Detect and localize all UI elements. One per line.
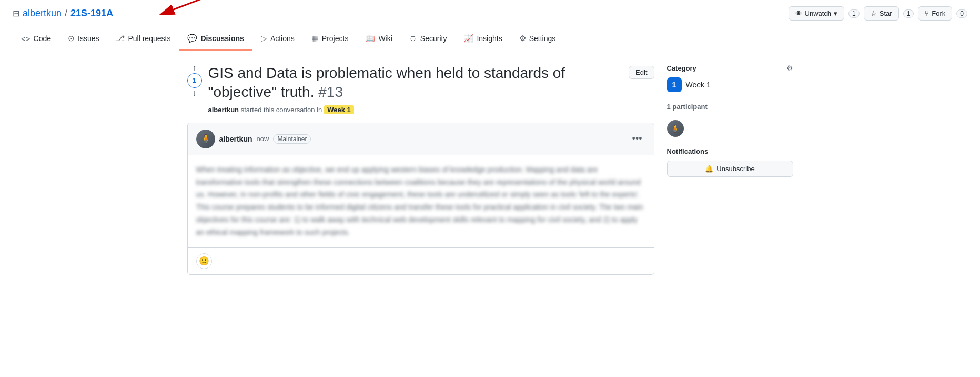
participant-avatar: 🧍 (667, 120, 684, 137)
tab-code[interactable]: <> Code (13, 28, 59, 51)
category-name: Week 1 (686, 81, 711, 89)
tab-issues[interactable]: ⊙ Issues (59, 27, 107, 51)
notifications-section: Notifications 🔔 Unsubscribe (667, 147, 793, 177)
post-body-text: When treating information as objective, … (196, 164, 645, 239)
projects-icon: ▦ (311, 34, 319, 43)
post-body: When treating information as objective, … (188, 155, 654, 247)
vote-count: 1 (187, 73, 202, 88)
post-header-left: 🧍 albertkun now Maintainer (196, 130, 311, 148)
tab-settings-label: Settings (529, 34, 556, 43)
tab-wiki[interactable]: 📖 Wiki (357, 27, 400, 51)
security-icon: 🛡 (409, 34, 417, 43)
vote-up-button[interactable]: ↑ (193, 64, 197, 72)
unsubscribe-button[interactable]: 🔔 Unsubscribe (667, 161, 793, 177)
discussions-icon: 💬 (187, 34, 197, 43)
repo-icon: ⊟ (13, 8, 19, 18)
unwatch-label: Unwatch (805, 9, 832, 17)
sidebar: Category ⚙ 1 Week 1 1 participant 🧍 Noti… (667, 64, 793, 287)
tab-security[interactable]: 🛡 Security (401, 28, 456, 51)
content-left: ↑ 1 ↓ GIS and Data is problematic when h… (187, 64, 654, 287)
category-section: Category ⚙ 1 Week 1 (667, 64, 793, 92)
eye-icon: 👁 (795, 9, 802, 17)
fork-button[interactable]: ⑂ Fork (918, 6, 952, 21)
meta-prefix: albertkun started this conversation in (208, 106, 322, 114)
tab-wiki-label: Wiki (378, 34, 392, 43)
pull-request-icon: ⎇ (116, 34, 125, 43)
tab-code-label: Code (34, 34, 51, 43)
tab-issues-label: Issues (78, 34, 99, 43)
wiki-icon: 📖 (365, 34, 375, 43)
main-container: ↑ 1 ↓ GIS and Data is problematic when h… (175, 51, 806, 287)
fork-count: 0 (956, 9, 967, 18)
category-label: Category (667, 64, 696, 72)
post-card: 🧍 albertkun now Maintainer ••• When trea… (187, 123, 654, 275)
post-author[interactable]: albertkun (219, 135, 252, 143)
discussion-title: GIS and Data is problematic when held to… (208, 64, 623, 102)
fork-label: Fork (932, 9, 945, 17)
tab-projects[interactable]: ▦ Projects (303, 27, 357, 51)
discussion-meta: albertkun started this conversation in W… (208, 105, 623, 114)
actions-icon: ▷ (261, 34, 267, 43)
unwatch-button[interactable]: 👁 Unwatch ▾ (789, 6, 845, 21)
chevron-down-icon: ▾ (834, 9, 837, 17)
category-header: Category ⚙ (667, 64, 793, 72)
discussion-title-area: ↑ 1 ↓ GIS and Data is problematic when h… (187, 64, 654, 114)
tab-discussions[interactable]: 💬 Discussions (179, 27, 252, 51)
participants-label: 1 participant (667, 103, 708, 111)
category-badge: 1 (667, 77, 682, 92)
avatar-image: 🧍 (196, 130, 215, 148)
meta-author: albertkun (208, 106, 239, 114)
emoji-reaction-button[interactable]: 🙂 (196, 253, 212, 269)
star-icon: ☆ (871, 9, 877, 17)
star-count: 1 (903, 9, 914, 18)
tab-pull-requests-label: Pull requests (128, 34, 170, 43)
discussion-number: #13 (318, 84, 343, 100)
issues-icon: ⊙ (68, 34, 75, 43)
notifications-header: Notifications (667, 147, 793, 155)
top-header: ⊟ albertkun / 21S-191A 👁 Unwatch ▾ 1 ☆ S… (0, 0, 980, 27)
participants-header: 1 participant (667, 103, 793, 115)
tab-actions[interactable]: ▷ Actions (252, 27, 303, 51)
tab-insights[interactable]: 📈 Insights (455, 27, 510, 51)
author-avatar: 🧍 (196, 130, 215, 148)
tab-actions-label: Actions (270, 34, 295, 43)
tab-settings[interactable]: ⚙ Settings (511, 27, 564, 51)
unsubscribe-label: Unsubscribe (716, 165, 754, 173)
unwatch-count: 1 (848, 9, 860, 18)
edit-button[interactable]: Edit (629, 66, 654, 79)
fork-icon: ⑂ (925, 9, 929, 17)
maintainer-badge: Maintainer (273, 134, 311, 144)
title-block: GIS and Data is problematic when held to… (208, 64, 623, 114)
vote-down-button[interactable]: ↓ (193, 89, 197, 97)
repo-owner-link[interactable]: albertkun (23, 8, 62, 19)
tab-security-label: Security (420, 34, 447, 43)
post-options-button[interactable]: ••• (629, 132, 645, 145)
post-footer: 🙂 (188, 247, 654, 274)
discussion-title-text: GIS and Data is problematic when held to… (208, 65, 565, 100)
post-time: now (257, 135, 269, 143)
notifications-label: Notifications (667, 147, 709, 155)
week-badge: Week 1 (324, 105, 354, 114)
repo-title: ⊟ albertkun / 21S-191A (13, 8, 113, 19)
tab-projects-label: Projects (322, 34, 349, 43)
meta-text: started this conversation in (241, 106, 322, 114)
gear-icon[interactable]: ⚙ (786, 64, 793, 72)
header-actions: 👁 Unwatch ▾ 1 ☆ Star 1 ⑂ Fork 0 (789, 6, 967, 21)
smile-icon: 🙂 (199, 256, 209, 266)
star-button[interactable]: ☆ Star (864, 6, 899, 21)
repo-name-link[interactable]: 21S-191A (70, 8, 113, 19)
tab-pull-requests[interactable]: ⎇ Pull requests (107, 27, 179, 51)
star-label: Star (880, 9, 892, 17)
repo-separator: / (65, 8, 67, 19)
tab-discussions-label: Discussions (200, 34, 244, 43)
insights-icon: 📈 (463, 34, 473, 43)
ellipsis-icon: ••• (632, 133, 642, 144)
settings-icon: ⚙ (519, 34, 526, 43)
bell-icon: 🔔 (705, 165, 713, 173)
post-header: 🧍 albertkun now Maintainer ••• (188, 123, 654, 155)
code-icon: <> (21, 34, 31, 43)
participants-section: 1 participant 🧍 (667, 103, 793, 137)
tab-insights-label: Insights (477, 34, 502, 43)
vote-column: ↑ 1 ↓ (187, 64, 202, 97)
nav-tabs: <> Code ⊙ Issues ⎇ Pull requests 💬 Discu… (0, 27, 980, 51)
